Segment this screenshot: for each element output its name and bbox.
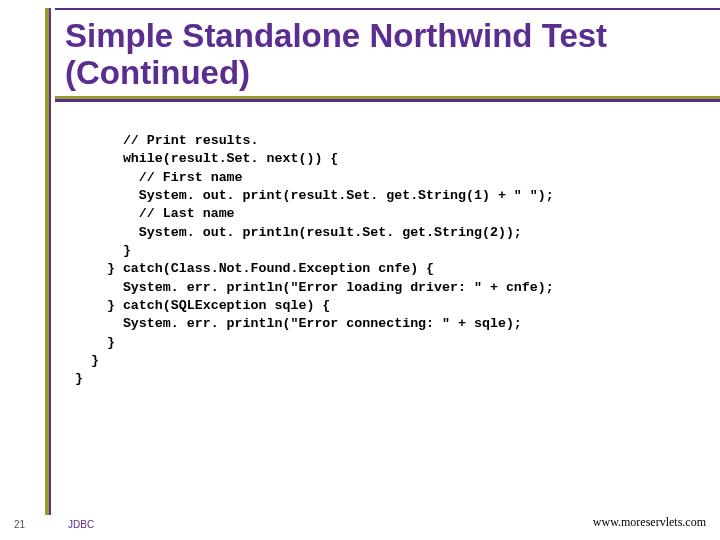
code-block: // Print results. while(result.Set. next…: [75, 132, 705, 389]
left-accent-bar: [45, 8, 51, 515]
footer-right-url: www.moreservlets.com: [593, 515, 706, 530]
slide-number: 21: [14, 519, 25, 530]
top-divider: [55, 8, 720, 10]
title-underline: [55, 96, 720, 102]
footer-left-text: JDBC: [68, 519, 94, 530]
slide-title: Simple Standalone Northwind Test (Contin…: [65, 18, 690, 92]
